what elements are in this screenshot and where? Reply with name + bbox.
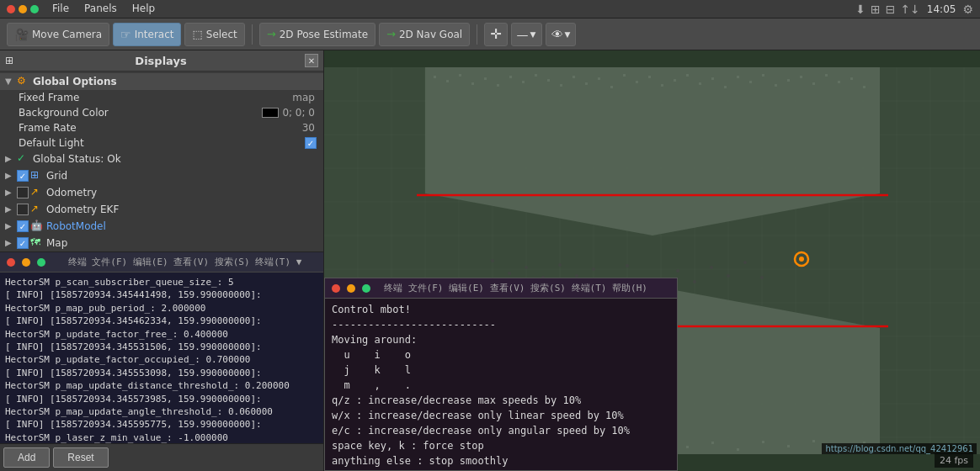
background-color-item[interactable]: Background Color 0; 0; 0 — [13, 105, 323, 120]
svg-point-78 — [626, 264, 629, 267]
terminal-line: --------------------------- — [332, 317, 670, 332]
map-label: Map — [46, 237, 318, 249]
robot-model-icon: 🤖 — [30, 220, 44, 233]
global-options-icon: ⚙ — [17, 75, 30, 88]
nav-goal-button[interactable]: → 2D Nav Goal — [379, 23, 470, 46]
terminal-line: [ INFO] [1585720934.345441498, 159.99000… — [5, 288, 319, 301]
frame-rate-label: Frame Rate — [19, 122, 302, 134]
url-badge: https://blog.csdn.net/qq_42412961 — [822, 443, 977, 454]
settings-icon[interactable]: ⚙ — [962, 3, 973, 16]
svg-rect-33 — [434, 76, 436, 78]
svg-point-86 — [799, 257, 804, 262]
menu-help[interactable]: Help — [125, 1, 162, 18]
svg-rect-54 — [699, 82, 701, 85]
terminal-right-header: 终端 文件(F) 编辑(E) 查看(V) 搜索(S) 终端(T) 帮助(H) — [325, 278, 677, 299]
svg-rect-63 — [812, 82, 815, 85]
terminal-left-header: 终端 文件(F) 编辑(E) 查看(V) 搜索(S) 终端(T) ▼ — [0, 252, 324, 273]
svg-rect-99 — [737, 448, 739, 451]
svg-rect-34 — [446, 80, 449, 82]
svg-rect-66 — [850, 77, 853, 80]
terminal-line: u i o — [332, 347, 670, 363]
menu-panels[interactable]: Panels — [77, 1, 124, 18]
select-button[interactable]: ⬚ Select — [184, 23, 244, 46]
fixed-frame-item[interactable]: Fixed Frame map — [13, 90, 323, 105]
interact-button[interactable]: ☞ Interact — [113, 23, 181, 46]
terminal-line: [ INFO] [1585720934.345553098, 159.99000… — [5, 367, 319, 379]
svg-rect-42 — [547, 79, 550, 82]
move-camera-icon: 🎥 — [14, 28, 29, 41]
pose-estimate-button[interactable]: → 2D Pose Estimate — [259, 23, 375, 46]
frame-rate-item[interactable]: Frame Rate 30 — [13, 120, 323, 135]
nav-goal-icon: → — [386, 28, 396, 40]
grid-checkbox[interactable] — [17, 170, 29, 182]
odometry-item[interactable]: ▶ ↗ Odometry — [0, 184, 323, 201]
reset-button[interactable]: Reset — [53, 447, 108, 468]
tray-icon-4: ↑↓ — [900, 3, 919, 16]
global-status-item[interactable]: ▶ ✓ Global Status: Ok — [0, 151, 323, 167]
terminal-left-content[interactable]: HectorSM p_scan_subscriber_queue_size_: … — [0, 273, 324, 443]
robot-model-checkbox[interactable] — [17, 220, 29, 232]
add-button[interactable]: Add — [3, 447, 50, 468]
global-options-item[interactable]: ▼ ⚙ Global Options — [0, 73, 323, 90]
svg-rect-37 — [484, 77, 487, 80]
terminal-right-dot-yellow — [347, 284, 355, 293]
map-expand: ▶ — [5, 238, 15, 248]
svg-rect-58 — [749, 81, 752, 83]
line-dropdown[interactable]: — ▼ — [511, 23, 542, 46]
svg-rect-100 — [762, 441, 764, 443]
robot-model-expand: ▶ — [5, 221, 15, 231]
svg-rect-67 — [863, 86, 865, 88]
fixed-frame-value: map — [292, 92, 315, 103]
terminal-line: [ INFO] [1585720934.345462334, 159.99000… — [5, 315, 319, 327]
svg-rect-102 — [812, 440, 815, 442]
clock: 14:05 — [927, 3, 956, 15]
terminal-line: j k l — [332, 363, 670, 378]
move-dropdown[interactable]: ✛ — [484, 23, 507, 46]
global-options-label: Global Options — [33, 76, 318, 87]
robot-model-item[interactable]: ▶ 🤖 RobotModel — [0, 218, 323, 235]
svg-rect-60 — [775, 84, 777, 87]
terminal-line: w/x : increase/decrease only linear spee… — [332, 408, 670, 423]
svg-rect-52 — [674, 79, 676, 82]
terminal-line: [ INFO] [1585720934.345573985, 159.99000… — [5, 393, 319, 405]
odometry-ekf-icon: ↗ — [30, 203, 44, 216]
fixed-frame-label: Fixed Frame — [19, 92, 292, 103]
terminal-line: m , . — [332, 378, 670, 393]
default-light-checkbox[interactable] — [305, 137, 317, 149]
line-icon: — — [517, 28, 529, 41]
terminal-right-title: 终端 文件(F) 编辑(E) 查看(V) 搜索(S) 终端(T) 帮助(H) — [384, 282, 647, 294]
svg-rect-35 — [459, 74, 461, 77]
displays-panel-title: Displays — [135, 55, 186, 67]
terminal-line: [ INFO] [1585720934.345595775, 159.99000… — [5, 418, 319, 431]
odometry-ekf-checkbox[interactable] — [17, 204, 29, 215]
svg-rect-97 — [686, 446, 689, 448]
select-icon: ⬚ — [192, 28, 202, 40]
svg-rect-59 — [762, 74, 764, 77]
frame-rate-value: 30 — [302, 122, 315, 134]
svg-point-71 — [508, 272, 511, 275]
displays-icon: ⊞ — [5, 55, 13, 66]
pose-estimate-icon: → — [267, 28, 276, 40]
terminal-line: Moving around: — [332, 332, 670, 347]
terminal-right-content[interactable]: Control mbot!---------------------------… — [325, 299, 677, 470]
robot-model-label: RobotModel — [46, 220, 318, 232]
terminal-right-dot-red — [332, 284, 340, 293]
grid-item[interactable]: ▶ ⊞ Grid — [0, 167, 323, 184]
displays-panel-close[interactable]: ✕ — [305, 54, 318, 67]
grid-label: Grid — [46, 170, 318, 182]
move-camera-button[interactable]: 🎥 Move Camera — [7, 23, 109, 46]
odometry-ekf-item[interactable]: ▶ ↗ Odometry EKF — [0, 201, 323, 218]
svg-point-79 — [676, 269, 679, 273]
map-item[interactable]: ▶ 🗺 Map — [0, 235, 323, 251]
odometry-checkbox[interactable] — [17, 187, 29, 198]
displays-tree: ▼ ⚙ Global Options Fixed Frame map Backg… — [0, 71, 323, 251]
menu-file[interactable]: File — [45, 1, 76, 18]
eye-icon: 👁 — [551, 28, 563, 41]
default-light-item[interactable]: Default Light — [13, 135, 323, 151]
terminal-line: HectorSM p_scan_subscriber_queue_size_: … — [5, 276, 319, 288]
eye-dropdown[interactable]: 👁 ▼ — [546, 23, 577, 46]
svg-rect-48 — [623, 74, 626, 77]
svg-point-74 — [558, 263, 562, 267]
terminal-line: HectorSM p_update_factor_occupied_: 0.70… — [5, 353, 319, 366]
map-checkbox[interactable] — [17, 237, 29, 249]
